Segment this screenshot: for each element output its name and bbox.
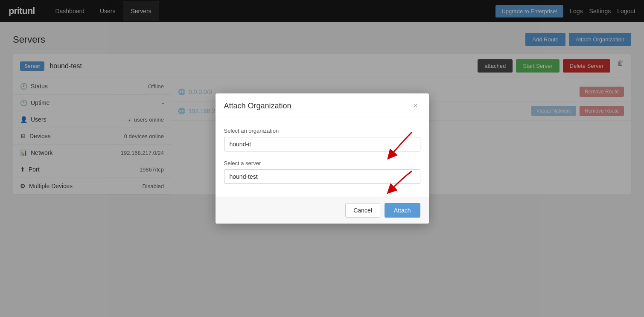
attach-button[interactable]: Attach bbox=[385, 203, 420, 210]
attach-organization-modal: Attach Organization × Select an organiza… bbox=[216, 93, 429, 210]
modal-footer: Cancel Attach bbox=[216, 197, 429, 210]
org-form-group: Select an organization bbox=[224, 128, 420, 151]
server-select-label: Select a server bbox=[224, 160, 420, 166]
modal-close-button[interactable]: × bbox=[411, 101, 420, 111]
modal-title: Attach Organization bbox=[224, 102, 291, 111]
server-select-input[interactable] bbox=[224, 169, 420, 184]
cancel-button[interactable]: Cancel bbox=[345, 203, 380, 210]
modal-body: Select an organization Select a server bbox=[216, 117, 429, 197]
org-select-input[interactable] bbox=[224, 137, 420, 151]
modal-overlay: Attach Organization × Select an organiza… bbox=[0, 0, 644, 210]
org-select-label: Select an organization bbox=[224, 128, 420, 134]
modal-header: Attach Organization × bbox=[216, 93, 429, 117]
server-form-group: Select a server bbox=[224, 160, 420, 184]
